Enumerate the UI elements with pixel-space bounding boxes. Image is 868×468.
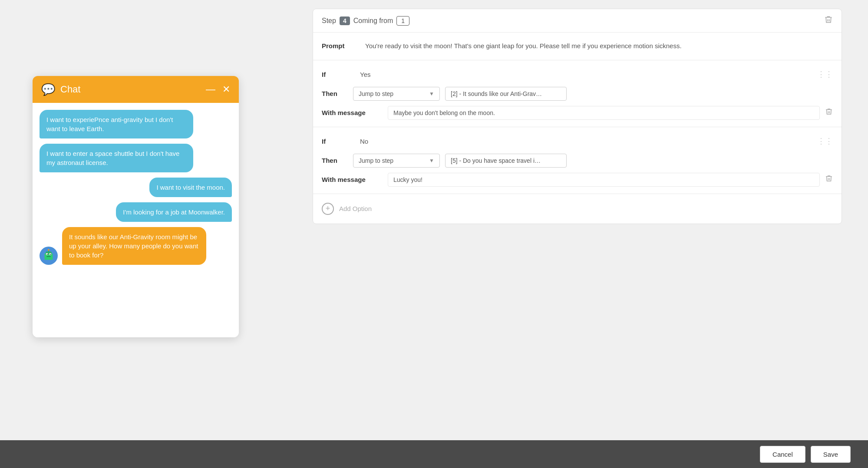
page-container: 💬 Chat — ✕ I want to experiePnce anti-gr…	[0, 0, 868, 468]
svg-rect-7	[46, 256, 51, 257]
prompt-text: You're ready to visit the moon! That's o…	[365, 41, 833, 51]
chat-header: 💬 Chat — ✕	[33, 76, 239, 103]
option-section-no: If No ⋮⋮ Then Jump to step ▼ [5] - Do yo…	[313, 127, 842, 194]
then-label: Then	[322, 90, 348, 97]
option-section-yes: If Yes ⋮⋮ Then Jump to step ▼ [2] - It s…	[313, 60, 842, 127]
with-message-value-no[interactable]: Lucky you!	[388, 173, 820, 187]
footer: Cancel Save	[0, 440, 868, 468]
svg-point-9	[48, 249, 50, 251]
chat-body: I want to experiePnce anti-gravity but I…	[33, 103, 239, 337]
then-row-yes: Then Jump to step ▼ [2] - It sounds like…	[322, 87, 833, 101]
list-item: I want to experiePnce anti-gravity but I…	[40, 110, 193, 138]
message-text: I want to enter a space shuttle but I do…	[46, 150, 179, 166]
outgoing-row: I'm looking for a job at Moonwalker.	[40, 202, 232, 222]
with-message-label: With message	[322, 109, 383, 116]
step-header-left: Step 4 Coming from 1	[322, 16, 409, 26]
coming-from-label: Coming from	[353, 17, 393, 25]
svg-point-6	[50, 254, 51, 255]
list-item: It sounds like our Anti-Gravity room mig…	[62, 227, 206, 265]
jump-to-step-label: Jump to step	[359, 90, 426, 97]
jump-to-step-select-yes[interactable]: Jump to step ▼	[353, 87, 440, 101]
if-row-no: If No ⋮⋮	[322, 134, 833, 148]
step-reference-no[interactable]: [5] - Do you have space travel i…	[445, 154, 567, 168]
delete-option-yes-button[interactable]	[825, 108, 833, 118]
message-text: I'm looking for a job at Moonwalker.	[123, 208, 225, 216]
right-panel: Step 4 Coming from 1 Prompt You	[287, 0, 868, 468]
delete-option-no-button[interactable]	[825, 175, 833, 185]
if-row-yes: If Yes ⋮⋮	[322, 67, 833, 82]
left-panel: 💬 Chat — ✕ I want to experiePnce anti-gr…	[0, 0, 287, 468]
chat-bubble-icon: 💬	[41, 83, 55, 96]
with-message-value-yes[interactable]: Maybe you don't belong on the moon.	[388, 106, 820, 120]
close-button[interactable]: ✕	[222, 85, 230, 94]
step-number-badge: 4	[340, 16, 350, 25]
save-button[interactable]: Save	[811, 446, 851, 463]
with-message-row-yes: With message Maybe you don't belong on t…	[322, 106, 833, 120]
jump-to-step-select-no[interactable]: Jump to step ▼	[353, 154, 440, 168]
cancel-button[interactable]: Cancel	[760, 446, 805, 463]
if-label: If	[322, 138, 348, 145]
if-value-no: No	[355, 134, 810, 148]
dropdown-arrow-icon: ▼	[429, 91, 434, 97]
minimize-button[interactable]: —	[206, 85, 215, 94]
if-value-yes: Yes	[355, 67, 810, 82]
dropdown-arrow-icon: ▼	[429, 158, 434, 164]
outgoing-row: I want to visit the moon.	[40, 178, 232, 197]
coming-from-badge: 1	[396, 16, 409, 26]
list-item: I'm looking for a job at Moonwalker.	[116, 202, 232, 222]
svg-point-5	[47, 254, 48, 255]
add-option-row[interactable]: + Add Option	[313, 194, 842, 224]
message-text: I want to experiePnce anti-gravity but I…	[46, 116, 173, 132]
drag-handle-icon[interactable]: ⋮⋮	[817, 69, 833, 79]
prompt-section: Prompt You're ready to visit the moon! T…	[313, 33, 842, 60]
step-header: Step 4 Coming from 1	[313, 9, 842, 33]
with-message-label: With message	[322, 176, 383, 183]
list-item: I want to visit the moon.	[149, 178, 232, 197]
then-row-no: Then Jump to step ▼ [5] - Do you have sp…	[322, 154, 833, 168]
then-label: Then	[322, 157, 348, 164]
chat-widget: 💬 Chat — ✕ I want to experiePnce anti-gr…	[33, 76, 239, 337]
step-label: Step	[322, 17, 336, 25]
add-option-label: Add Option	[339, 205, 372, 212]
drag-handle-icon[interactable]: ⋮⋮	[817, 136, 833, 146]
step-reference-yes[interactable]: [2] - It sounds like our Anti-Grav…	[445, 87, 567, 101]
chat-header-controls: — ✕	[206, 85, 230, 94]
if-label: If	[322, 71, 348, 78]
step-card: Step 4 Coming from 1 Prompt You	[313, 9, 842, 224]
chat-header-left: 💬 Chat	[41, 83, 80, 96]
with-message-row-no: With message Lucky you!	[322, 173, 833, 187]
prompt-label: Prompt	[322, 41, 356, 49]
bot-message-row: It sounds like our Anti-Gravity room mig…	[40, 227, 232, 265]
jump-to-step-label: Jump to step	[359, 157, 426, 164]
chat-title: Chat	[60, 84, 80, 95]
message-text: It sounds like our Anti-Gravity room mig…	[69, 233, 198, 259]
list-item: I want to enter a space shuttle but I do…	[40, 144, 193, 172]
add-option-icon: +	[322, 203, 334, 215]
delete-step-button[interactable]	[824, 15, 833, 26]
message-text: I want to visit the moon.	[156, 184, 225, 191]
avatar	[40, 247, 58, 265]
